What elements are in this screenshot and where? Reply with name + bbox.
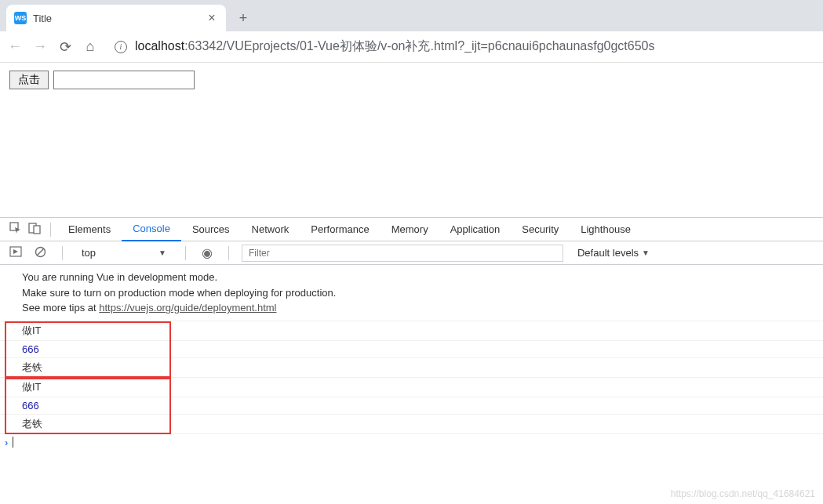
log-group: 做IT 666 老铁 xyxy=(0,321,823,378)
play-icon[interactable] xyxy=(6,245,25,260)
console-warning: You are running Vue in development mode.… xyxy=(0,265,823,321)
log-line: 做IT xyxy=(0,321,823,341)
devtools-tab-application[interactable]: Application xyxy=(439,218,512,241)
log-levels-select[interactable]: Default levels ▼ xyxy=(570,247,657,259)
tab-title: Title xyxy=(33,13,199,24)
devtools-tab-network[interactable]: Network xyxy=(241,218,300,241)
console-filter-bar: top ▼ ◉ Default levels ▼ xyxy=(0,241,823,265)
inspect-icon[interactable] xyxy=(6,222,25,237)
log-group: 做IT 666 老铁 xyxy=(0,378,823,434)
clear-icon[interactable] xyxy=(31,246,49,260)
close-icon[interactable]: × xyxy=(206,11,218,25)
reload-icon[interactable]: ⟳ xyxy=(58,38,72,56)
devtools-tab-memory[interactable]: Memory xyxy=(381,218,439,241)
home-icon[interactable]: ⌂ xyxy=(83,38,97,55)
log-line: 老铁 xyxy=(0,415,823,434)
device-icon[interactable] xyxy=(25,222,44,237)
devtools-tab-elements[interactable]: Elements xyxy=(57,218,122,241)
eye-icon[interactable]: ◉ xyxy=(198,245,216,260)
info-icon[interactable]: i xyxy=(115,41,127,53)
console-prompt[interactable]: › xyxy=(0,434,823,451)
chevron-down-icon: ▼ xyxy=(642,248,650,257)
log-line: 666 xyxy=(0,397,823,415)
browser-tab[interactable]: WS Title × xyxy=(6,5,226,31)
log-line: 666 xyxy=(0,341,823,358)
chevron-down-icon: ▼ xyxy=(158,248,166,257)
context-select[interactable]: top ▼ xyxy=(75,245,173,260)
devtools-tab-bar: ElementsConsoleSourcesNetworkPerformance… xyxy=(0,218,823,241)
log-line: 做IT xyxy=(0,378,823,397)
devtools-panel: ElementsConsoleSourcesNetworkPerformance… xyxy=(0,217,823,504)
address-bar[interactable]: i localhost:63342/VUEprojects/01-Vue初体验/… xyxy=(108,38,815,55)
back-icon[interactable]: ← xyxy=(8,38,22,55)
text-input[interactable] xyxy=(53,71,195,89)
forward-icon[interactable]: → xyxy=(33,38,47,55)
log-line: 老铁 xyxy=(0,358,823,378)
levels-label: Default levels xyxy=(577,247,639,259)
browser-toolbar: ← → ⟳ ⌂ i localhost:63342/VUEprojects/01… xyxy=(0,31,823,63)
click-button[interactable]: 点击 xyxy=(9,71,49,89)
prompt-caret-icon: › xyxy=(5,437,8,448)
devtools-tab-console[interactable]: Console xyxy=(122,218,181,241)
devtools-tab-security[interactable]: Security xyxy=(511,218,570,241)
svg-rect-2 xyxy=(34,226,40,234)
devtools-tab-sources[interactable]: Sources xyxy=(181,218,241,241)
watermark: https://blog.csdn.net/qq_41684621 xyxy=(671,488,815,499)
svg-line-5 xyxy=(37,248,44,256)
console-body[interactable]: You are running Vue in development mode.… xyxy=(0,265,823,504)
browser-tab-bar: WS Title × + xyxy=(0,0,823,31)
context-value: top xyxy=(82,247,96,259)
cursor xyxy=(13,437,13,448)
devtools-tab-lighthouse[interactable]: Lighthouse xyxy=(570,218,642,241)
devtools-tab-performance[interactable]: Performance xyxy=(300,218,380,241)
new-tab-button[interactable]: + xyxy=(232,7,254,29)
page-content: 点击 xyxy=(0,63,823,97)
deployment-link[interactable]: https://vuejs.org/guide/deployment.html xyxy=(99,302,276,314)
url-text: localhost:63342/VUEprojects/01-Vue初体验/v-… xyxy=(135,38,654,55)
favicon-icon: WS xyxy=(14,12,27,24)
filter-input[interactable] xyxy=(242,245,563,262)
